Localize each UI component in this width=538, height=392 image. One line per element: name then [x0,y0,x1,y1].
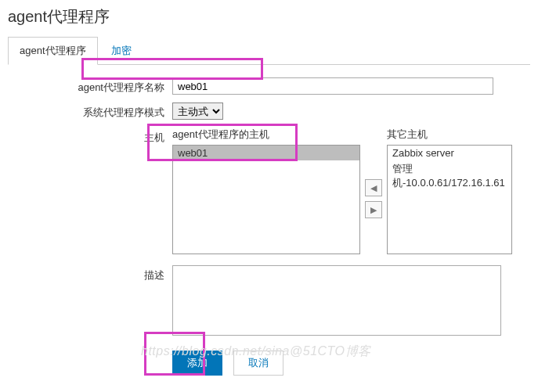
label-proxy-mode: 系统代理程序模式 [8,102,172,120]
listbox-other-hosts[interactable]: Zabbix server 管理机-10.0.0.61/172.16.1.61 [387,145,512,254]
cancel-button[interactable]: 取消 [233,351,283,376]
label-other-hosts: 其它主机 [387,128,512,142]
arrow-left-icon: ◀ [370,183,377,193]
tab-encryption[interactable]: 加密 [100,38,143,64]
page-title: agent代理程序 [8,6,530,27]
listbox-proxy-hosts[interactable]: web01 [172,145,360,254]
label-description: 描述 [8,265,172,282]
label-proxy-hosts: agent代理程序的主机 [172,128,360,142]
select-proxy-mode[interactable]: 主动式 [172,102,223,120]
add-button[interactable]: 添加 [172,351,222,376]
input-proxy-name[interactable] [172,77,493,95]
list-item[interactable]: Zabbix server [388,146,511,160]
list-item[interactable]: web01 [173,146,359,160]
label-proxy-name: agent代理程序名称 [8,77,172,95]
arrow-right-icon: ▶ [370,205,377,215]
tabs: agent代理程序 加密 [8,37,530,65]
list-item[interactable]: 管理机-10.0.0.61/172.16.1.61 [388,160,511,192]
label-hosts: 主机 [8,128,172,145]
move-right-button[interactable]: ▶ [365,201,382,218]
textarea-description[interactable] [172,265,501,336]
tab-agent-proxy[interactable]: agent代理程序 [8,37,98,65]
move-left-button[interactable]: ◀ [365,179,382,196]
